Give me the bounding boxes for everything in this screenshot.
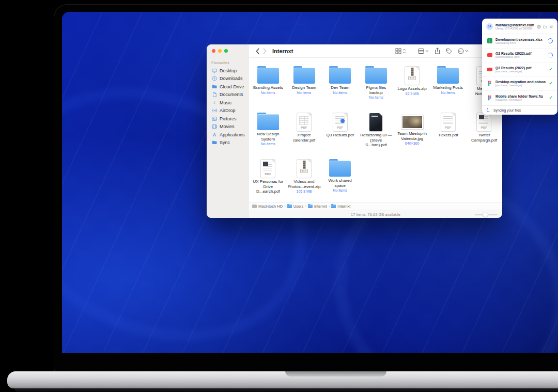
progress-spinner-icon [547, 52, 553, 58]
file-item[interactable]: PDF Twitter Campaign.pdf [466, 108, 502, 155]
sidebar-item-label: Cloud-Drive [220, 84, 244, 89]
folder-icon [293, 68, 315, 84]
pdf-file-icon: PDF [333, 113, 347, 131]
file-item[interactable]: New Design System No items [250, 108, 286, 155]
breadcrumb-item[interactable]: internxt [314, 204, 327, 209]
sidebar-item-label: Movies [220, 124, 235, 129]
transfer-item[interactable]: Development expenses.xlsx Uploading 64% [482, 34, 557, 49]
check-icon: ✓ [549, 96, 553, 100]
desktop-icon [211, 68, 218, 73]
icon-size-slider[interactable] [475, 214, 498, 215]
breadcrumb-item[interactable]: Internxt [337, 204, 350, 209]
laptop-base [7, 371, 558, 388]
breadcrumb-item[interactable]: Users [293, 204, 304, 209]
transfer-name: Development expenses.xlsx [495, 38, 545, 41]
file-item[interactable]: PDF Project calendar.pdf [286, 108, 322, 155]
file-item[interactable]: Dev Team No items [322, 62, 358, 108]
sort-arrows-icon [402, 48, 406, 54]
gear-icon[interactable] [549, 22, 553, 31]
sidebar-item-label: Documents [220, 92, 243, 97]
file-item[interactable]: Marketing Posts No items [430, 62, 466, 108]
more-actions-button[interactable] [458, 48, 469, 54]
sidebar-item-airdrop[interactable]: AirDrop [211, 107, 249, 115]
figma-file-icon [487, 81, 492, 86]
share-button[interactable] [435, 48, 440, 54]
folder-icon[interactable] [543, 22, 547, 31]
check-icon: ✓ [549, 67, 553, 72]
file-item[interactable]: Branding Assets No items [250, 62, 286, 108]
transfer-item[interactable]: Desktop migration and onboardi... [succe… [482, 77, 557, 91]
sidebar-item-documents[interactable]: Documents [211, 91, 249, 99]
sidebar-item-movies[interactable]: Movies [211, 123, 249, 131]
disk-icon [252, 205, 257, 208]
breadcrumb-separator [305, 204, 306, 209]
folder-icon [308, 205, 313, 208]
transfer-item[interactable]: Q3 Results (2022).pdf [success, message]… [482, 62, 557, 77]
breadcrumb-item[interactable]: Macintosh HD [258, 204, 283, 209]
folder-icon [287, 205, 292, 208]
check-icon: ✓ [549, 81, 553, 86]
sidebar-item-downloads[interactable]: Downloads [211, 75, 249, 83]
account-email: michael@internxt.com [495, 23, 534, 27]
music-note-icon: ♪ [211, 100, 218, 105]
sidebar-item-label: Desktop [220, 68, 237, 73]
file-item[interactable]: Design Team No items [286, 62, 322, 108]
tag-button[interactable] [446, 48, 452, 54]
group-view-button[interactable] [418, 48, 429, 54]
forward-button[interactable] [261, 47, 268, 55]
back-button[interactable] [254, 47, 261, 55]
transfer-name: Q2 Results (2022).pdf [495, 52, 545, 55]
sync-status-footer: Syncing your files [482, 105, 557, 115]
progress-spinner-icon [547, 38, 554, 44]
folder-icon [257, 68, 279, 84]
file-item[interactable]: Refactoring UI — (Steve S...han).pdf [358, 108, 394, 155]
transfer-status: [success, message] [495, 84, 546, 87]
zoom-window-button[interactable] [224, 49, 228, 53]
file-item[interactable]: Work shared space No items [322, 155, 358, 201]
icon-view-button[interactable] [395, 48, 406, 54]
document-icon [211, 92, 218, 97]
close-window-button[interactable] [212, 49, 215, 53]
sidebar-item-label: Pictures [220, 116, 237, 121]
finder-sidebar: Favourites Desktop Downloads Cloud-Drive… [207, 44, 250, 218]
figma-file-icon [487, 95, 492, 101]
file-item[interactable]: ZIP Logo Assets.zip 52,9 MB [394, 62, 430, 108]
file-item[interactable]: Figma files backup No items [358, 62, 394, 108]
airdrop-icon [211, 108, 218, 113]
minimize-window-button[interactable] [218, 49, 222, 53]
chevron-down-icon [465, 49, 469, 53]
laptop-lid-notch [285, 371, 386, 377]
window-title: Internxt [272, 48, 293, 54]
slider-knob[interactable] [483, 212, 488, 217]
pdf-file-icon: PDF [441, 113, 455, 131]
sidebar-item-cloud-drive[interactable]: Cloud-Drive [211, 83, 249, 91]
globe-icon[interactable] [537, 22, 541, 31]
transfer-name: Desktop migration and onboardi... [495, 80, 546, 84]
sidebar-item-desktop[interactable]: Desktop [211, 67, 249, 75]
pdf-file-icon: PDF [261, 160, 275, 178]
file-item[interactable]: ZIP Videos and Photos...event.zip 105,8 … [286, 155, 322, 201]
folder-icon [211, 84, 218, 89]
file-item[interactable]: PDF UX Personas for Drive D...earch.pdf [250, 155, 286, 201]
file-item[interactable]: PDF Q3 Results.pdf [322, 108, 358, 155]
sidebar-item-music[interactable]: ♪ Music [211, 99, 249, 107]
breadcrumb-separator [329, 204, 330, 209]
finder-toolbar: Internxt [249, 44, 502, 58]
sidebar-item-applications[interactable]: A Applications [211, 131, 249, 139]
movies-icon [211, 124, 218, 129]
finder-window: Favourites Desktop Downloads Cloud-Drive… [207, 44, 502, 218]
file-item[interactable]: PDF Tickets.pdf [430, 108, 466, 155]
folder-icon [331, 205, 336, 208]
book-file-icon [369, 113, 382, 131]
sidebar-item-pictures[interactable]: Pictures [211, 115, 249, 123]
transfer-item[interactable]: Mobile share folder flows.fig [success, … [482, 91, 557, 105]
file-item[interactable]: Team Meetup in Valencia.jpg 640×360 [394, 108, 430, 155]
storage-usage: Using 176.42GB of 200GB [495, 27, 534, 30]
downloads-icon [211, 76, 218, 81]
transfer-item[interactable]: Q2 Results (2022).pdf Downloading 35% [482, 49, 557, 63]
sidebar-item-sync[interactable]: Sync [211, 139, 249, 147]
folder-icon [437, 68, 459, 84]
zip-file-icon: ZIP [297, 160, 311, 178]
folder-icon [257, 114, 279, 130]
transfer-name: Mobile share folder flows.fig [495, 95, 546, 98]
